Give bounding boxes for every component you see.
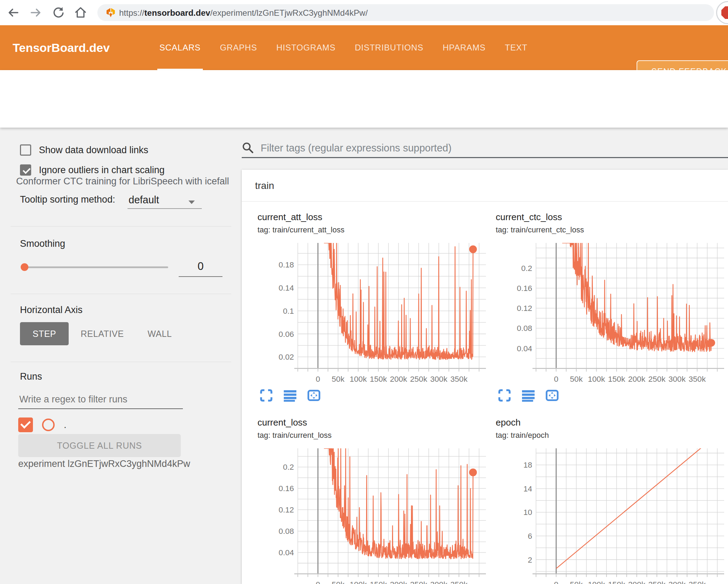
tab-scalars[interactable]: SCALARS [159,25,201,70]
chart-title: current_att_loss [257,212,492,223]
tab-distributions[interactable]: DISTRIBUTIONS [355,25,424,70]
chart-title: epoch [496,417,728,428]
svg-text:0.12: 0.12 [279,505,294,514]
svg-text:200k: 200k [628,580,646,584]
runs-list-icon[interactable] [283,389,297,402]
svg-text:50k: 50k [332,375,345,383]
ignore-outliers-checkbox[interactable]: Ignore outliers in chart scaling [20,164,165,176]
profile-avatar[interactable] [716,1,728,24]
experiment-title: Conformer CTC training for LibriSpeech w… [16,176,229,187]
horizontal-axis-options: STEP RELATIVE WALL [20,322,184,345]
input-underline [18,408,183,409]
main-panel: Filter tags (regular expressions support… [242,128,728,584]
back-icon[interactable] [6,5,21,20]
tab-text[interactable]: TEXT [505,25,528,70]
svg-text:0.14: 0.14 [279,284,294,292]
slider-thumb[interactable] [21,263,28,271]
reload-icon[interactable] [50,5,66,20]
chart-plot[interactable]: 050k100k150k200k250k300k350k0.020.060.10… [257,239,489,387]
experiment-id-label: experiment lzGnETjwRxC3yghNMd4kPw [18,459,190,469]
fullscreen-icon[interactable] [260,389,273,402]
horizontal-axis-label: Horizontal Axis [20,305,83,315]
svg-text:2: 2 [528,556,532,564]
chevron-down-icon[interactable] [188,201,195,204]
browser-toolbar: https://tensorboard.dev/experiment/lzGnE… [0,0,728,25]
filter-tags-field[interactable]: Filter tags (regular expressions support… [242,138,452,158]
search-icon [242,142,254,154]
forward-icon[interactable] [28,5,43,20]
svg-text:300k: 300k [668,375,686,383]
axis-option-step[interactable]: STEP [20,322,69,345]
group-title[interactable]: train [255,180,274,191]
run-color-circle-icon[interactable] [42,419,55,431]
svg-text:0.12: 0.12 [517,304,532,313]
checkbox-label: Show data download links [39,145,148,156]
svg-text:0.16: 0.16 [517,284,532,293]
chart-plot[interactable]: 050k100k150k200k250k300k350k0.040.080.12… [257,445,489,584]
svg-text:0: 0 [316,375,320,383]
value-underline [179,276,222,277]
svg-text:0.08: 0.08 [279,527,294,536]
tab-graphs[interactable]: GRAPHS [220,25,257,70]
chart-tag: tag: train/epoch [496,431,728,440]
tensorboard-favicon [106,8,116,18]
app-header: TensorBoard.dev SCALARS GRAPHS HISTOGRAM… [0,25,728,70]
svg-text:0: 0 [554,580,558,584]
experiment-title-bar: Conformer CTC training for LibriSpeech w… [0,70,728,128]
runs-list-icon[interactable] [522,389,535,402]
svg-text:0.08: 0.08 [517,324,532,333]
svg-text:0.04: 0.04 [279,548,294,557]
checkbox-label: Ignore outliers in chart scaling [39,165,165,176]
address-bar[interactable]: https://tensorboard.dev/experiment/lzGnE… [97,4,714,21]
svg-text:50k: 50k [570,375,583,383]
checkbox-unchecked-icon [20,144,31,156]
train-card: train current_att_loss tag: train/curren… [242,170,728,584]
toggle-all-runs-button[interactable]: TOGGLE ALL RUNS [18,434,181,457]
svg-text:250k: 250k [410,375,428,383]
settings-sidebar: Show data download links Ignore outliers… [0,128,242,584]
chart-plot[interactable]: 050k100k150k200k250k300k350k0.040.080.12… [496,239,727,387]
tab-histograms[interactable]: HISTOGRAMS [276,25,336,70]
svg-text:18: 18 [523,461,532,469]
chart-toolbar [498,389,728,402]
smoothing-value[interactable]: 0 [179,260,222,273]
home-icon[interactable] [73,5,88,20]
svg-text:100k: 100k [350,375,367,383]
fit-domain-icon[interactable] [307,389,321,402]
smoothing-slider[interactable] [22,266,168,268]
svg-text:150k: 150k [608,580,626,584]
fit-domain-icon[interactable] [545,389,559,402]
svg-text:350k: 350k [689,375,706,383]
svg-text:0.06: 0.06 [279,330,294,339]
svg-text:14: 14 [523,484,532,493]
chart-tag: tag: train/current_ctc_loss [496,225,728,235]
chart-plot[interactable]: 050k100k150k200k250k300k350k26101418 [496,445,727,584]
axis-option-wall[interactable]: WALL [136,322,184,345]
svg-text:100k: 100k [350,580,367,584]
brand-logo[interactable]: TensorBoard.dev [13,41,110,55]
chart-toolbar [260,389,492,402]
svg-text:6: 6 [528,532,532,541]
svg-text:0: 0 [554,375,558,383]
show-download-links-checkbox[interactable]: Show data download links [20,144,148,156]
svg-text:0.02: 0.02 [279,353,294,361]
svg-text:50k: 50k [570,580,583,584]
chart-title: current_ctc_loss [496,212,728,223]
svg-text:300k: 300k [668,580,686,584]
svg-text:0.2: 0.2 [521,264,532,273]
tooltip-sorting-select[interactable]: default [129,194,159,206]
svg-text:350k: 350k [451,375,468,383]
fullscreen-icon[interactable] [498,389,511,402]
svg-text:100k: 100k [588,580,605,584]
avatar-octagon-icon [721,6,728,19]
tooltip-sorting-label: Tooltip sorting method: [20,194,115,205]
run-checkbox-checked-icon[interactable] [18,417,33,432]
tab-hparams[interactable]: HPARAMS [442,25,486,70]
svg-text:0.16: 0.16 [279,484,294,493]
svg-text:250k: 250k [410,580,428,584]
divider [11,226,231,226]
tensorboard-page: https://tensorboard.dev/experiment/lzGnE… [0,0,728,584]
axis-option-relative[interactable]: RELATIVE [69,322,136,345]
runs-label: Runs [20,371,42,382]
runs-filter-input[interactable]: Write a regex to filter runs [19,394,128,405]
